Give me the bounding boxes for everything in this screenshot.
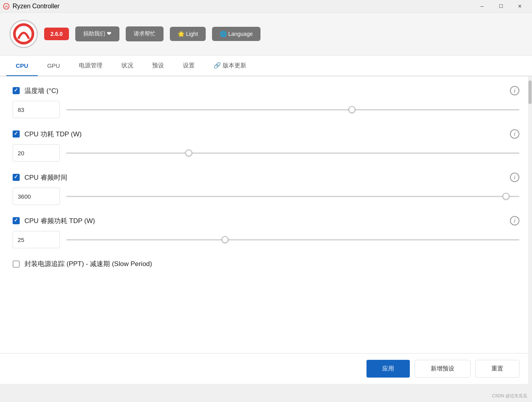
section-temp-wall-header: 温度墙 (°C) i — [13, 86, 519, 95]
donate-button[interactable]: 捐助我们 ❤ — [75, 26, 119, 41]
section-cpu-tdp-header: CPU 功耗 TDP (W) i — [13, 129, 519, 139]
tab-bar: CPU GPU 电源管理 状况 预设 设置 🔗 版本更新 — [0, 56, 532, 76]
info-temp-wall[interactable]: i — [510, 86, 519, 95]
label-cpu-tdp: CPU 功耗 TDP (W) — [24, 130, 82, 139]
section-temp-wall: 温度墙 (°C) i — [13, 86, 519, 118]
section-cpu-sleep-tdp-header: CPU 睿频功耗 TDP (W) i — [13, 216, 519, 225]
section-cpu-sleep-time: CPU 睿频时间 i — [13, 173, 519, 205]
help-button[interactable]: 请求帮忙 — [126, 26, 164, 41]
checkbox-cpu-sleep-time[interactable] — [13, 174, 20, 181]
checkbox-temp-wall[interactable] — [13, 87, 20, 94]
info-cpu-tdp[interactable]: i — [510, 129, 519, 139]
checkbox-ppt-slow[interactable] — [13, 261, 20, 268]
restore-button[interactable]: ☐ — [492, 0, 510, 12]
label-temp-wall: 温度墙 (°C) — [24, 86, 58, 95]
add-preset-button[interactable]: 新增预设 — [415, 360, 471, 378]
section-cpu-sleep-tdp: CPU 睿频功耗 TDP (W) i — [13, 216, 519, 248]
reset-button[interactable]: 重置 — [475, 360, 519, 378]
info-cpu-sleep-time[interactable]: i — [510, 173, 519, 182]
title-bar-controls: ─ ☐ ✕ — [473, 0, 529, 12]
input-cpu-sleep-tdp[interactable] — [13, 231, 60, 248]
tab-cpu[interactable]: CPU — [6, 56, 38, 75]
title-bar-left: Ryzen Controller — [3, 3, 60, 10]
ryzen-icon — [3, 3, 9, 9]
slider-cpu-sleep-time[interactable] — [66, 192, 519, 200]
slider-row-cpu-sleep-tdp — [13, 231, 519, 248]
watermark: CSDN @过失瓜瓜 — [492, 393, 527, 399]
input-temp-wall[interactable] — [13, 101, 60, 118]
tab-settings[interactable]: 设置 — [173, 56, 204, 76]
section-cpu-tdp: CPU 功耗 TDP (W) i — [13, 129, 519, 162]
tab-presets[interactable]: 预设 — [143, 56, 173, 76]
section-ppt-slow-header: 封装电源追踪 (PPT) - 减速期 (Slow Period) — [13, 259, 519, 268]
tab-gpu[interactable]: GPU — [38, 56, 70, 75]
slider-row-cpu-sleep-time — [13, 188, 519, 205]
close-button[interactable]: ✕ — [511, 0, 529, 12]
main-content: 温度墙 (°C) i CPU 功耗 TDP (W) i — [0, 76, 532, 384]
scrollbar[interactable] — [528, 76, 532, 384]
slider-temp-wall[interactable] — [66, 106, 519, 114]
tab-power-management[interactable]: 电源管理 — [69, 56, 112, 76]
light-button[interactable]: 🌟 Light — [170, 27, 206, 41]
slider-row-cpu-tdp — [13, 144, 519, 162]
apply-button[interactable]: 应用 — [366, 360, 410, 378]
label-ppt-slow: 封装电源追踪 (PPT) - 减速期 (Slow Period) — [24, 259, 152, 268]
logo — [9, 20, 38, 48]
checkbox-cpu-sleep-tdp[interactable] — [13, 217, 20, 224]
bottom-bar: 应用 新增预设 重置 — [0, 353, 532, 384]
language-button[interactable]: 🌐 Language — [212, 27, 260, 41]
input-cpu-sleep-time[interactable] — [13, 188, 60, 205]
slider-cpu-sleep-tdp[interactable] — [66, 236, 519, 244]
title-bar: Ryzen Controller ─ ☐ ✕ — [0, 0, 532, 13]
svg-point-0 — [4, 3, 9, 9]
section-ppt-slow: 封装电源追踪 (PPT) - 减速期 (Slow Period) — [13, 259, 519, 298]
input-cpu-tdp[interactable] — [13, 144, 60, 162]
minimize-button[interactable]: ─ — [473, 0, 491, 12]
checkbox-cpu-tdp[interactable] — [13, 130, 20, 138]
tab-updates[interactable]: 🔗 版本更新 — [204, 56, 256, 76]
label-cpu-sleep-time: CPU 睿频时间 — [24, 173, 67, 182]
version-badge[interactable]: 2.6.0 — [44, 28, 69, 40]
slider-cpu-tdp[interactable] — [66, 149, 519, 157]
scrollbar-thumb[interactable] — [528, 80, 532, 104]
section-cpu-sleep-time-header: CPU 睿频时间 i — [13, 173, 519, 182]
title-bar-title: Ryzen Controller — [13, 3, 60, 10]
ryzen-logo-icon — [13, 23, 35, 45]
tab-status[interactable]: 状况 — [112, 56, 143, 76]
info-cpu-sleep-tdp[interactable]: i — [510, 216, 519, 225]
header: 2.6.0 捐助我们 ❤ 请求帮忙 🌟 Light 🌐 Language — [0, 13, 532, 56]
label-cpu-sleep-tdp: CPU 睿频功耗 TDP (W) — [24, 216, 95, 225]
slider-row-temp-wall — [13, 101, 519, 118]
